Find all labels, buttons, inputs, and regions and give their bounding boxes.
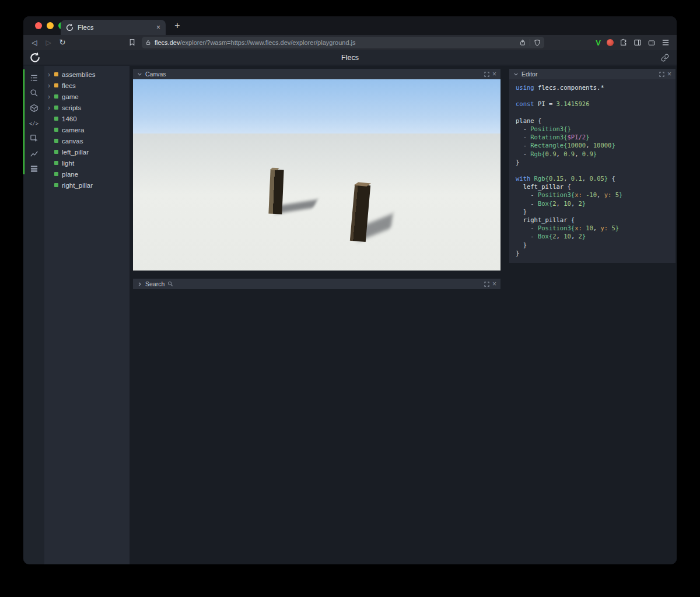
url-text: flecs.dev/explorer/?wasm=https://www.fle… [155,39,516,46]
browser-tab-flecs[interactable]: Flecs × [61,20,166,35]
url-path: /explorer/?wasm=https://www.flecs.dev/ex… [180,39,355,46]
statistics-chart-icon[interactable] [29,149,39,159]
canvas-panel-header[interactable]: Canvas × [133,69,501,79]
close-window-button[interactable] [35,22,42,29]
tree-expand-icon[interactable]: › [48,71,54,78]
vpn-extension-icon[interactable]: V [596,38,601,47]
chevron-down-icon[interactable] [513,72,519,77]
chevron-down-icon[interactable] [137,72,142,77]
app-main: </> ›assemblies›flecs›game›scripts1460ca… [23,66,677,564]
module-square-icon [54,83,58,87]
code-line: - Position3{x: 10, y: 5} [516,224,676,232]
tree-item-canvas[interactable]: canvas [44,135,130,146]
code-line: - Position3{x: -10, y: 5} [516,191,676,199]
tree-item-left_pillar[interactable]: left_pillar [44,146,130,157]
tree-view-icon[interactable] [29,73,39,83]
tree-item-label: left_pillar [62,149,89,156]
entity-square-icon [54,183,58,187]
tree-item-assemblies[interactable]: ›assemblies [44,69,130,80]
code-line: } [516,241,676,249]
tree-item-light[interactable]: light [44,157,130,168]
tree-item-camera[interactable]: camera [44,124,130,135]
sidebar-icon-strip: </> [23,66,44,564]
chevron-right-icon[interactable] [137,282,142,287]
scene-ground [133,134,501,271]
entities-cube-icon[interactable] [29,103,39,113]
back-button[interactable]: ◁ [28,35,41,50]
code-line: - Box{2, 10, 2} [516,232,676,240]
canvas-panel-title: Canvas [145,71,166,78]
tree-item-flecs[interactable]: ›flecs [44,80,130,91]
tab-close-icon[interactable]: × [156,24,160,31]
share-icon[interactable] [519,38,526,47]
minimize-window-button[interactable] [47,22,54,29]
tree-item-label: assemblies [62,71,96,78]
canvas-panel: Canvas × [133,69,501,271]
tree-item-plane[interactable]: plane [44,168,130,180]
browser-window: Flecs × + ◁ ▷ ↻ flecs.dev/explorer/?wasm… [23,16,677,564]
fullscreen-icon[interactable] [484,282,489,287]
address-bar[interactable]: flecs.dev/explorer/?wasm=https://www.fle… [142,37,544,48]
tree-item-label: canvas [62,138,83,145]
tree-item-label: game [62,93,79,100]
new-tab-button[interactable]: + [170,19,184,33]
tab-favicon-flecs-icon [66,24,74,31]
brave-shield-icon[interactable] [534,39,541,47]
url-host: flecs.dev [155,39,180,46]
tree-item-scripts[interactable]: ›scripts [44,102,130,113]
code-line: - Position3{} [516,125,676,133]
tree-item-right_pillar[interactable]: right_pillar [44,180,130,191]
entity-square-icon [54,172,58,176]
entity-square-icon [54,128,58,132]
tree-expand-icon[interactable]: › [48,93,54,100]
rows-list-icon[interactable] [29,164,39,174]
close-icon[interactable]: × [492,71,496,78]
extensions-puzzle-icon[interactable] [620,38,628,47]
code-line: - Rectangle{10000, 10000} [516,141,676,149]
code-line: - Rgb{0.9, 0.9, 0.9} [516,150,676,158]
code-editor-icon[interactable]: </> [29,118,39,128]
code-line: } [516,208,676,216]
canvas-3d-viewport[interactable] [133,79,501,271]
bookmark-icon[interactable] [128,38,136,47]
menu-icon[interactable] [662,39,670,46]
entity-square-icon [54,106,58,110]
fullscreen-icon[interactable] [659,72,664,77]
editor-panel-header[interactable]: Editor × [509,69,676,79]
entity-square-icon [54,150,58,154]
reload-button[interactable]: ↻ [56,35,69,50]
tree-expand-icon[interactable]: › [48,104,54,111]
tree-item-game[interactable]: ›game [44,91,130,102]
tree-item-label: light [62,160,74,167]
address-bar-divider [530,39,530,46]
search-panel-header[interactable]: Search × [133,279,501,289]
share-link-icon[interactable] [661,54,669,62]
tree-expand-icon[interactable]: › [48,82,54,89]
query-search-icon[interactable] [29,88,39,98]
editor-code[interactable]: using flecs.components.*const PI = 3.141… [509,79,676,263]
sidebar-toggle-icon[interactable] [634,38,642,47]
inspect-cursor-icon[interactable] [29,134,39,143]
close-icon[interactable]: × [667,71,671,78]
code-line: plane { [516,117,676,125]
tree-item-1460[interactable]: 1460 [44,113,130,124]
tree-item-label: flecs [62,82,76,89]
code-line: } [516,249,676,257]
red-extension-icon[interactable] [607,39,614,46]
fullscreen-icon[interactable] [484,72,489,77]
wallet-icon[interactable] [648,39,656,47]
code-line: const PI = 3.1415926 [516,100,676,108]
code-line: - Rotation3{$PI/2} [516,133,676,141]
close-icon[interactable]: × [492,280,496,287]
app-header: Flecs [23,50,677,65]
extension-row: V [596,35,670,50]
code-line: using flecs.components.* [516,83,676,92]
forward-button[interactable]: ▷ [42,35,55,50]
module-square-icon [54,72,58,76]
tree-item-label: scripts [62,104,81,111]
entity-square-icon [54,117,58,121]
entity-square-icon [54,161,58,165]
search-icon [167,281,173,287]
editor-panel: Editor × using flecs.components.*const P… [509,69,676,263]
code-line [516,166,676,174]
